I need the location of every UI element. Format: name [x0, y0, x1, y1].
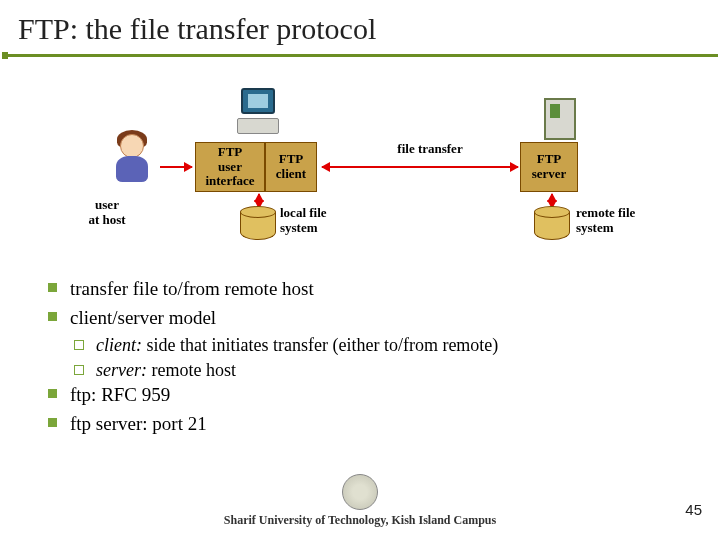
- remote-fs-icon: [534, 206, 570, 246]
- bullet-list: transfer file to/from remote host client…: [46, 276, 686, 439]
- footer-text: Sharif University of Technology, Kish Is…: [0, 513, 720, 528]
- arrow-user-to-ui: [160, 166, 192, 168]
- bullet-2: client/server model: [46, 305, 686, 331]
- arrow-client-server: [322, 166, 518, 168]
- user-at-host-label: user at host: [72, 198, 142, 228]
- slide-title: FTP: the file transfer protocol: [0, 0, 720, 50]
- server-computer-icon: [540, 94, 580, 142]
- remote-fs-label: remote file system: [576, 206, 676, 236]
- page-number: 45: [685, 501, 702, 518]
- bullet-4: ftp server: port 21: [46, 411, 686, 437]
- bullet-2a: client: side that initiates transfer (ei…: [72, 333, 686, 357]
- ftp-client-box: FTP client: [265, 142, 317, 192]
- local-fs-label: local file system: [280, 206, 360, 236]
- title-underline: [2, 54, 718, 57]
- bullet-2b: server: remote host: [72, 358, 686, 382]
- file-transfer-label: file transfer: [370, 142, 490, 157]
- client-computer-icon: [235, 88, 281, 138]
- bullet-3: ftp: RFC 959: [46, 382, 686, 408]
- local-fs-icon: [240, 206, 276, 246]
- diagram: FTP user interface FTP client FTP server…: [0, 80, 720, 250]
- ftp-user-interface-box: FTP user interface: [195, 142, 265, 192]
- footer-logo-icon: [342, 474, 378, 510]
- bullet-1: transfer file to/from remote host: [46, 276, 686, 302]
- ftp-server-box: FTP server: [520, 142, 578, 192]
- user-illustration: [108, 130, 158, 190]
